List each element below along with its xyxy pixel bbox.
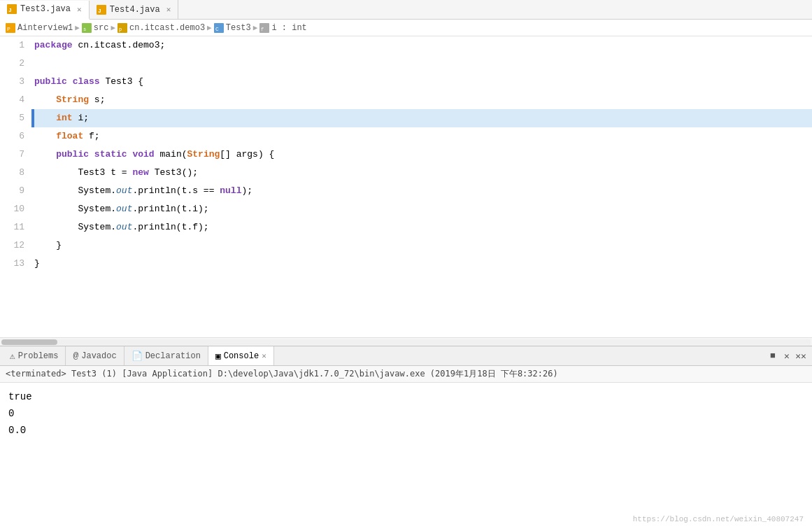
console-close-marker: ✕ [262,351,266,360]
code-line-5: int i; [31,109,812,127]
console-output-line-1: true [8,388,804,405]
tab-test3-close[interactable]: ✕ [77,5,82,14]
src-icon: s [82,23,92,33]
svg-text:f: f [261,27,264,32]
svg-text:s: s [83,27,86,32]
breadcrumb-sep-3: ▶ [253,23,258,32]
breadcrumb-label-1: src [94,23,109,33]
kw-null: null [220,182,241,200]
kw-float: float [56,127,83,146]
breadcrumb-label-3: Test3 [226,23,251,33]
kw-public-2: public [56,146,89,164]
declaration-icon: 📄 [131,351,143,362]
code-line-2 [31,55,812,73]
panel-tab-bar: ⚠ Problems @ Javadoc 📄 Declaration ▣ Con… [0,346,812,366]
console-output: true 0 0.0 [0,383,812,444]
breadcrumb-label-2: cn.itcast.demo3 [129,23,205,33]
kw-package: package [34,36,73,55]
panel-pin-btn[interactable]: ✕✕ [795,351,806,362]
tab-javadoc[interactable]: @ Javadoc [66,346,124,365]
kw-string: String [56,91,89,109]
code-lines[interactable]: package cn.itcast.demo3; public class Te… [31,36,812,337]
breadcrumb-label-0: Ainterview1 [17,23,73,33]
tab-test3[interactable]: J Test3.java ✕ [0,1,90,20]
javadoc-icon: @ [73,351,78,361]
kw-int: int [56,109,72,127]
kw-public-1: public [34,73,67,91]
breadcrumb-item-1: s src [82,23,109,33]
code-line-11: System. out .println(t.f); [31,218,812,237]
svg-text:C: C [215,26,219,32]
watermark: https://blog.csdn.net/weixin_40807247 [633,515,804,523]
svg-text:J: J [8,7,12,13]
breadcrumb-sep-2: ▶ [207,23,212,32]
tab-test3-label: Test3.java [20,4,71,14]
bottom-panel: ⚠ Problems @ Javadoc 📄 Declaration ▣ Con… [0,346,812,529]
scrollbar-track [1,339,811,345]
code-line-13: } [31,255,812,273]
tab-javadoc-label: Javadoc [81,351,116,361]
console-header: <terminated> Test3 (1) [Java Application… [0,366,812,383]
tab-test4-label: Test4.java [110,5,160,15]
java-icon-2: J [97,5,106,15]
line-num-8: 8 [6,164,24,182]
kw-new: new [132,164,148,182]
tab-declaration[interactable]: 📄 Declaration [124,346,208,365]
breadcrumb-item-0: P Ainterview1 [6,23,73,33]
line-num-2: 2 [6,55,24,73]
breadcrumb-sep-0: ▶ [75,23,80,32]
code-line-4: String s; [31,91,812,109]
breadcrumb-item-3: C Test3 [214,23,251,33]
tab-problems-label: Problems [18,351,59,361]
line-num-11: 11 [6,218,24,237]
line-num-10: 10 [6,200,24,218]
line-num-13: 13 [6,255,24,273]
tab-test4-close[interactable]: ✕ [166,5,171,14]
tab-problems[interactable]: ⚠ Problems [3,346,66,365]
kw-string-2: String [187,146,220,164]
code-line-9: System. out .println(t.s == null ); [31,182,812,200]
project-icon: P [6,23,15,33]
breadcrumb: P Ainterview1 ▶ s src ▶ p cn.itcast.demo… [0,20,812,36]
svg-text:p: p [119,27,122,32]
tab-bar: J Test3.java ✕ J Test4.java ✕ [0,0,812,20]
line-num-5: 5 [6,109,24,127]
console-icon: ▣ [215,351,221,362]
code-line-7: public static void main( String [] args)… [31,146,812,164]
code-line-6: float f; [31,127,812,146]
console-output-line-2: 0 [8,405,804,422]
line-num-6: 6 [6,127,24,146]
panel-close-btn[interactable]: ✕ [781,351,792,362]
breadcrumb-item-4: f i : int [259,23,306,33]
code-out-1: out [116,182,132,200]
breadcrumb-label-4: i : int [271,23,306,33]
line-num-9: 9 [6,182,24,200]
scrollbar-thumb[interactable] [1,339,57,345]
class-icon: C [214,23,224,33]
tab-console[interactable]: ▣ Console ✕ [208,346,274,365]
panel-stop-btn[interactable]: ■ [767,351,778,362]
problems-icon: ⚠ [10,351,15,362]
line-num-7: 7 [6,146,24,164]
code-line-10: System. out .println(t.i); [31,200,812,218]
code-out-2: out [116,200,132,218]
kw-static: static [94,146,127,164]
breadcrumb-sep-1: ▶ [111,23,115,32]
line-num-1: 1 [6,36,24,55]
code-line-1: package cn.itcast.demo3; [31,36,812,55]
code-line-3: public class Test3 { [31,73,812,91]
svg-text:P: P [7,26,10,32]
line-numbers: 1 2 3 4 5 6 7 8 9 10 11 12 13 [0,36,31,337]
code-line-12: } [31,237,812,255]
panel-controls: ■ ✕ ✕✕ [767,351,812,362]
line-num-3: 3 [6,73,24,91]
java-icon: J [7,4,17,14]
code-editor: 1 2 3 4 5 6 7 8 9 10 11 12 13 package cn… [0,36,812,337]
line-num-12: 12 [6,237,24,255]
console-output-line-3: 0.0 [8,422,804,439]
breadcrumb-item-2: p cn.itcast.demo3 [117,23,205,33]
horizontal-scrollbar[interactable] [0,337,812,346]
tab-test4[interactable]: J Test4.java ✕ [90,0,179,19]
tab-declaration-label: Declaration [145,351,201,361]
console-header-text: <terminated> Test3 (1) [Java Application… [6,369,558,379]
